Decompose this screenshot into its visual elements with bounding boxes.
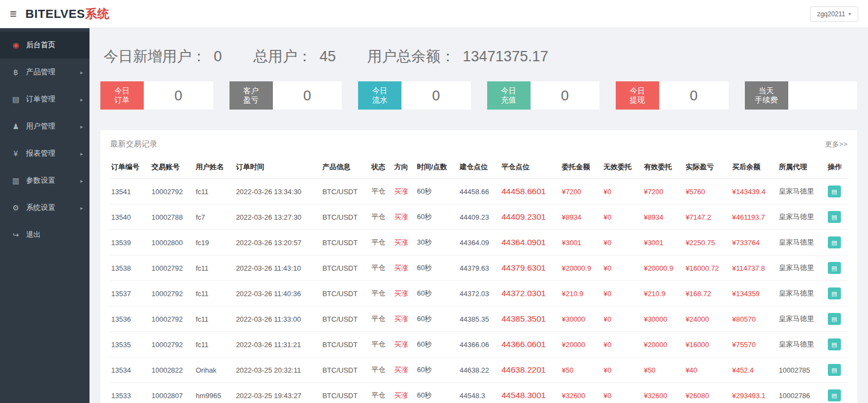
table-row: 1353510002792fc112022-03-26 11:31:21BTC/… xyxy=(109,332,848,357)
chevron-right-icon: ▸ xyxy=(80,97,83,103)
sidebar-item-params[interactable]: ▥参数设置▸ xyxy=(0,167,90,194)
cell-action: ▤ xyxy=(826,255,848,281)
stat-card-label: 今日充值 xyxy=(487,81,531,110)
row-action-button[interactable]: ▤ xyxy=(828,389,841,401)
cell-entrust-amount: ¥30000 xyxy=(559,306,601,332)
cell-invalid-entrust: ¥0 xyxy=(601,230,641,255)
cell-balance-after: ¥80570 xyxy=(730,306,777,332)
cell-order-id: 13539 xyxy=(109,230,149,255)
more-link[interactable]: 更多>> xyxy=(825,139,847,149)
cell-status: 平仓 xyxy=(369,204,392,230)
stat-card-label-line: 流水 xyxy=(372,95,387,105)
cell-agent: 10002786 xyxy=(776,383,825,403)
column-header: 方向 xyxy=(392,156,415,179)
cell-time-points: 60秒 xyxy=(415,179,458,204)
sidebar-item-reports[interactable]: ¥报表管理▸ xyxy=(0,140,90,167)
cell-direction: 买涨 xyxy=(392,255,415,281)
cell-account: 10002792 xyxy=(149,332,193,357)
cell-order-time: 2022-03-26 11:40:36 xyxy=(234,281,320,306)
bitcoin-icon: ฿ xyxy=(11,68,21,76)
column-header: 交易账号 xyxy=(149,156,193,179)
row-action-button[interactable]: ▤ xyxy=(828,185,841,197)
hamburger-menu-icon[interactable]: ≡ xyxy=(10,8,17,20)
cell-order-time: 2022-03-26 13:20:57 xyxy=(234,230,320,255)
cell-username: fc7 xyxy=(194,204,234,230)
cell-product: BTC/USDT xyxy=(320,281,369,306)
sidebar-item-users[interactable]: ♟用户管理▸ xyxy=(0,113,90,140)
sidebar-item-orders[interactable]: ▤订单管理▸ xyxy=(0,86,90,113)
cell-open-point: 44385.35 xyxy=(457,306,499,332)
stat-card-label: 今日订单 xyxy=(100,81,144,110)
stat-card-today-flow: 今日流水0 xyxy=(358,81,471,110)
logout-icon: ↪ xyxy=(11,231,21,239)
column-header: 有效委托 xyxy=(642,156,684,179)
trade-table-body: 1354110002792fc112022-03-26 13:34:30BTC/… xyxy=(109,179,848,403)
stat-card-value: 0 xyxy=(401,81,471,110)
stat-new-users-label: 今日新增用户： xyxy=(104,47,206,66)
row-action-button[interactable]: ▤ xyxy=(828,211,841,223)
column-header: 订单时间 xyxy=(234,156,320,179)
cell-product: BTC/USDT xyxy=(320,357,369,383)
cell-open-point: 44638.22 xyxy=(457,357,499,383)
table-title: 最新交易记录 xyxy=(110,139,157,149)
column-header: 订单编号 xyxy=(109,156,149,179)
sidebar-item-dashboard[interactable]: ◉后台首页 xyxy=(0,31,90,59)
cell-order-id: 13533 xyxy=(109,383,149,403)
cell-open-point: 44364.09 xyxy=(457,230,499,255)
cell-entrust-amount: ¥20000 xyxy=(559,332,601,357)
cell-action: ▤ xyxy=(826,306,848,332)
cell-order-id: 13541 xyxy=(109,179,149,204)
main-layout: ◉后台首页฿产品管理▸▤订单管理▸♟用户管理▸¥报表管理▸▥参数设置▸⚙系统设置… xyxy=(0,28,868,403)
sidebar-item-label: 参数设置 xyxy=(26,176,55,185)
cell-agent: 皇家马德里 xyxy=(776,179,825,204)
cell-product: BTC/USDT xyxy=(320,204,369,230)
column-header: 状态 xyxy=(369,156,392,179)
row-action-button[interactable]: ▤ xyxy=(828,262,841,274)
sidebar-item-system[interactable]: ⚙系统设置▸ xyxy=(0,194,90,221)
chevron-right-icon: ▸ xyxy=(80,69,83,75)
cell-time-points: 60秒 xyxy=(415,383,458,403)
table-row: 1353810002792fc112022-03-26 11:43:10BTC/… xyxy=(109,255,848,281)
yen-icon: ¥ xyxy=(11,149,21,158)
cell-balance-after: ¥75570 xyxy=(730,332,777,357)
stat-card-value: 0 xyxy=(273,81,342,110)
cell-action: ▤ xyxy=(826,383,848,403)
cell-agent: 皇家马德里 xyxy=(776,204,825,230)
row-action-button[interactable]: ▤ xyxy=(828,364,841,376)
brand-name: BITELVES xyxy=(25,7,85,21)
cell-action: ▤ xyxy=(826,204,848,230)
row-action-button[interactable]: ▤ xyxy=(828,236,841,248)
stat-card-label-line: 盈亏 xyxy=(244,95,259,105)
user-menu[interactable]: zgq20211 ▾ xyxy=(810,7,858,22)
sidebar-item-label: 产品管理 xyxy=(26,67,55,77)
user-icon: ♟ xyxy=(11,122,21,131)
sidebar-item-products[interactable]: ฿产品管理▸ xyxy=(0,59,90,86)
cell-username: fc11 xyxy=(194,306,234,332)
sidebar: ◉后台首页฿产品管理▸▤订单管理▸♟用户管理▸¥报表管理▸▥参数设置▸⚙系统设置… xyxy=(0,28,90,403)
cell-close-point: 44458.6601 xyxy=(499,179,559,204)
cell-product: BTC/USDT xyxy=(320,230,369,255)
orders-icon: ▤ xyxy=(11,95,21,104)
row-action-button[interactable]: ▤ xyxy=(828,313,841,325)
column-header: 用户姓名 xyxy=(194,156,234,179)
table-row: 1354010002788fc72022-03-26 13:27:30BTC/U… xyxy=(109,204,848,230)
row-action-button[interactable]: ▤ xyxy=(828,338,841,350)
sidebar-item-logout[interactable]: ↪退出 xyxy=(0,221,90,248)
cell-status: 平仓 xyxy=(369,332,392,357)
stat-total-users: 总用户： 45 xyxy=(253,47,336,66)
cell-balance-after: ¥134359 xyxy=(730,281,777,306)
cell-entrust-amount: ¥210.9 xyxy=(559,281,601,306)
cell-actual-pnl: ¥40 xyxy=(684,357,730,383)
sidebar-item-label: 系统设置 xyxy=(26,203,55,213)
cell-close-point: 44409.2301 xyxy=(499,204,559,230)
row-action-button[interactable]: ▤ xyxy=(828,287,841,299)
stat-total-balance: 用户总余额： 13471375.17 xyxy=(367,47,548,66)
column-header: 无效委托 xyxy=(601,156,641,179)
sidebar-item-label: 订单管理 xyxy=(26,94,55,104)
cell-invalid-entrust: ¥0 xyxy=(601,255,641,281)
cell-order-time: 2022-03-25 19:43:27 xyxy=(234,383,320,403)
cell-order-time: 2022-03-26 11:31:21 xyxy=(234,332,320,357)
cell-product: BTC/USDT xyxy=(320,383,369,403)
cell-order-id: 13535 xyxy=(109,332,149,357)
cell-action: ▤ xyxy=(826,332,848,357)
